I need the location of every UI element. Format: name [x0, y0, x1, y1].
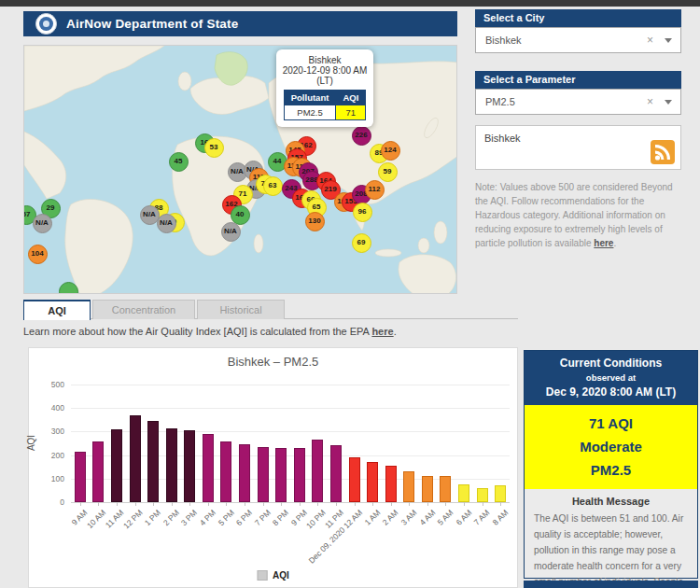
current-aqi-value: 71 AQI	[525, 412, 697, 435]
y-tick-label: 200	[35, 451, 64, 460]
map-marker[interactable]: 53	[204, 138, 224, 158]
x-tick-mark	[336, 502, 337, 506]
chart-bar[interactable]	[239, 444, 250, 502]
map-marker[interactable]: 130	[305, 212, 325, 231]
learn-more-here-link[interactable]: here	[371, 326, 393, 337]
legend-label: AQI	[273, 570, 289, 581]
note-here-link[interactable]: here	[594, 238, 613, 248]
map-marker[interactable]: 226	[352, 126, 371, 146]
popup-datetime: 2020-12-09 8:00 AM	[280, 65, 370, 76]
y-tick-label: 500	[35, 380, 64, 389]
rss-city-label: Bishkek	[484, 133, 521, 144]
tab-concentration[interactable]: Concentration	[92, 300, 195, 319]
x-tick-mark	[409, 502, 410, 506]
x-tick-mark	[300, 502, 301, 506]
map-marker[interactable]: 112	[365, 180, 385, 200]
chart-bar[interactable]	[349, 457, 360, 502]
map-marker[interactable]: N/A	[157, 214, 176, 233]
popup-table: Pollutant AQI PM2.5 71	[284, 90, 367, 120]
map-marker[interactable]: 63	[263, 176, 283, 196]
chart-bar[interactable]	[184, 430, 195, 502]
note-text-end: .	[613, 238, 616, 248]
tab-historical[interactable]: Historical	[197, 300, 285, 319]
app-header: AirNow Department of State	[23, 11, 457, 36]
map-marker[interactable]: 45	[169, 152, 189, 172]
x-tick-mark	[245, 502, 245, 506]
parameter-clear-icon[interactable]: ×	[647, 95, 653, 108]
chart-bar[interactable]	[130, 415, 141, 502]
health-message-text: The AQI is between 51 and 100. Air quali…	[525, 511, 697, 588]
chart-bar[interactable]	[166, 428, 177, 502]
current-conditions-panel: Current Conditions observed at Dec 9, 20…	[524, 350, 698, 579]
map-marker[interactable]: 59	[378, 162, 398, 182]
gridline	[71, 385, 510, 385]
city-select[interactable]: Bishkek ×	[475, 27, 681, 53]
x-tick-mark	[500, 502, 501, 506]
chart-title: Bishkek – PM2.5	[29, 355, 517, 369]
map-popup: Bishkek 2020-12-09 8:00 AM (LT) Pollutan…	[276, 49, 373, 127]
x-tick-mark	[98, 502, 99, 506]
health-message-title: Health Message	[525, 496, 697, 507]
chart-bar[interactable]	[75, 452, 86, 502]
legend-swatch	[257, 570, 267, 581]
city-clear-icon[interactable]: ×	[647, 34, 653, 47]
chart-bar[interactable]	[330, 445, 342, 502]
chart-bar[interactable]	[294, 448, 305, 502]
map-marker[interactable]: 69	[352, 233, 371, 253]
aqi-note: Note: Values above 500 are considered Be…	[475, 180, 681, 250]
x-tick-mark	[445, 502, 446, 506]
select-parameter-header: Select a Parameter	[475, 71, 681, 89]
chart-bar[interactable]	[312, 440, 323, 502]
map-marker[interactable]: 96	[353, 203, 372, 222]
x-tick-mark	[153, 502, 154, 506]
map-marker[interactable]: N/A	[221, 222, 241, 242]
popup-pollutant-value: PM2.5	[284, 105, 336, 120]
world-aqi-map[interactable]: 165345N/AN/A11144N/A70637116240N/A88N/A0…	[23, 45, 457, 294]
current-aqi-box: 71 AQI Moderate PM2.5	[525, 405, 697, 489]
x-tick-mark	[226, 502, 227, 506]
chart-bar[interactable]	[92, 441, 104, 502]
chart-bar[interactable]	[385, 466, 397, 502]
parameter-select-value: PM2.5	[485, 96, 647, 107]
aqi-chart-panel: Bishkek – PM2.5 AQI AQI 0100200300400500…	[28, 347, 518, 588]
x-tick-mark	[317, 502, 318, 506]
observed-at-label: observed at	[528, 372, 693, 383]
parameter-chevron-down-icon[interactable]	[665, 100, 672, 105]
chart-bar[interactable]	[258, 447, 269, 502]
chart-bar[interactable]	[422, 476, 433, 502]
chart-bar[interactable]	[275, 448, 287, 502]
gridline	[71, 502, 510, 503]
chart-bar[interactable]	[495, 485, 506, 502]
x-tick-mark	[281, 502, 282, 506]
x-tick-mark	[372, 502, 373, 506]
map-marker[interactable]: N/A	[33, 214, 52, 233]
chart-bar[interactable]	[458, 484, 469, 502]
note-text: Note: Values above 500 are considered Be…	[475, 182, 673, 248]
tab-aqi[interactable]: AQI	[23, 300, 91, 320]
parameter-select[interactable]: PM2.5 ×	[475, 89, 681, 115]
top-strip	[0, 0, 700, 7]
rss-icon[interactable]	[651, 140, 675, 164]
map-marker[interactable]: 124	[381, 141, 400, 161]
current-conditions-header: Current Conditions observed at Dec 9, 20…	[525, 351, 697, 405]
learn-more-text: Learn more about how the Air Quality Ind…	[23, 326, 397, 337]
learn-more-suffix: .	[394, 326, 397, 337]
chart-bar[interactable]	[111, 429, 122, 502]
chart-bar[interactable]	[147, 421, 159, 502]
x-tick-mark	[483, 502, 483, 506]
x-tick-mark	[427, 502, 428, 506]
chart-bar[interactable]	[367, 462, 378, 502]
observed-datetime: Dec 9, 2020 8:00 AM (LT)	[528, 385, 693, 399]
chart-bar[interactable]	[440, 476, 451, 502]
city-chevron-down-icon[interactable]	[665, 38, 672, 43]
y-tick-label: 100	[35, 474, 64, 483]
chart-bar[interactable]	[203, 434, 214, 502]
popup-pollutant-header: Pollutant	[284, 91, 336, 105]
chart-bar[interactable]	[403, 471, 414, 502]
department-of-state-seal-icon	[35, 13, 57, 35]
x-tick-mark	[208, 502, 209, 506]
y-tick-label: 300	[35, 427, 64, 436]
map-marker[interactable]: 104	[28, 245, 48, 264]
chart-bar[interactable]	[477, 488, 488, 502]
chart-bar[interactable]	[220, 441, 231, 502]
